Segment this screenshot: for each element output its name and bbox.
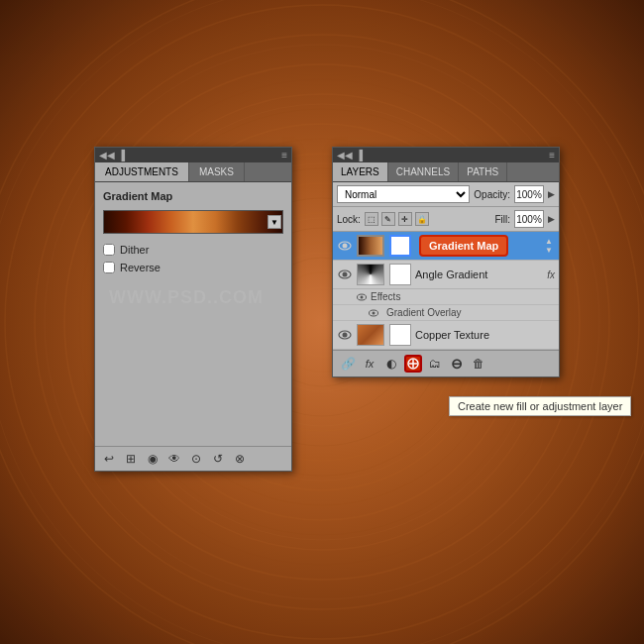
titlebar-left-icons: ◀◀ ▐ xyxy=(99,150,125,161)
footer-icon-delete[interactable]: ⊗ xyxy=(232,451,248,467)
tab-paths[interactable]: PATHS xyxy=(459,162,507,181)
layer-name-copper-texture: Copper Texture xyxy=(415,329,555,341)
gradient-overlay-label: Gradient Overlay xyxy=(382,307,462,318)
footer-link-btn[interactable]: 🔗 xyxy=(339,355,357,373)
tab-channels[interactable]: CHANNELS xyxy=(388,162,459,181)
gradient-overlay-eye-icon xyxy=(369,308,378,318)
tab-layers[interactable]: LAYERS xyxy=(333,162,388,181)
panel-menu-icon[interactable]: ≡ xyxy=(281,150,287,161)
lock-icons: ⬚ ✎ ✛ 🔒 xyxy=(365,212,429,226)
layer-visibility-gradient-map[interactable] xyxy=(337,238,353,254)
create-fill-icon xyxy=(406,357,420,371)
layer-thumb-gradient-map xyxy=(357,235,384,257)
opacity-label: Opacity: xyxy=(474,189,510,200)
effects-eye-icon xyxy=(357,292,367,302)
footer-icon-target[interactable]: ⊙ xyxy=(188,451,204,467)
svg-point-33 xyxy=(361,295,364,298)
gradient-bar-container: ▼ xyxy=(103,210,283,234)
effects-label: Effects xyxy=(371,291,400,302)
create-fill-adjustment-btn[interactable] xyxy=(404,355,422,373)
layers-titlebar-left: ◀◀ ▐ xyxy=(337,150,363,161)
footer-icon-refresh[interactable]: ↺ xyxy=(210,451,226,467)
reverse-label: Reverse xyxy=(120,262,161,273)
adjustments-titlebar: ◀◀ ▐ ≡ xyxy=(95,148,291,162)
lock-position-btn[interactable]: ✛ xyxy=(398,212,412,226)
blend-mode-select[interactable]: Normal xyxy=(337,185,470,203)
layers-titlebar: ◀◀ ▐ ≡ xyxy=(333,148,559,162)
layer-visibility-angle-gradient[interactable] xyxy=(337,267,353,282)
layers-collapse-icon[interactable]: ▐ xyxy=(356,150,363,161)
empty-space xyxy=(103,279,283,438)
effects-header-row[interactable]: Effects xyxy=(333,289,559,305)
collapse-icon[interactable]: ▐ xyxy=(118,150,125,161)
adjustments-panel: ◀◀ ▐ ≡ ADJUSTMENTS MASKS Gradient Map ▼ … xyxy=(94,147,292,472)
gradient-bar[interactable] xyxy=(103,210,283,234)
layer-name-angle-gradient: Angle Gradient xyxy=(415,268,543,280)
opacity-arrow[interactable]: ▶ xyxy=(548,189,555,199)
layers-panel: ◀◀ ▐ ≡ LAYERS CHANNELS PATHS Normal Opac… xyxy=(332,147,560,377)
opacity-input[interactable] xyxy=(514,185,544,203)
lock-all-btn[interactable]: 🔒 xyxy=(415,212,429,226)
layer-mask-copper-texture xyxy=(389,324,411,346)
layer-thumb-copper-texture xyxy=(357,324,384,346)
footer-adjust-btn[interactable]: ◐ xyxy=(382,355,400,373)
layers-collapse-left-icon[interactable]: ◀◀ xyxy=(337,150,353,161)
layers-blend-row: Normal Opacity: ▶ xyxy=(333,182,559,207)
layers-panel-menu-icon[interactable]: ≡ xyxy=(549,150,555,161)
layers-lock-row: Lock: ⬚ ✎ ✛ 🔒 Fill: ▶ xyxy=(333,207,559,232)
lock-pixels-btn[interactable]: ✎ xyxy=(381,212,395,226)
dither-label: Dither xyxy=(120,244,149,256)
dither-row: Dither xyxy=(103,244,283,256)
layer-gradient-map[interactable]: Gradient Map ▲ ▼ xyxy=(333,232,559,261)
layer-thumb-angle-gradient xyxy=(357,264,384,285)
layer-visibility-copper-texture[interactable] xyxy=(337,327,353,343)
tab-masks[interactable]: MASKS xyxy=(189,162,245,181)
layers-footer: 🔗 fx ◐ 🗂 ⊖ 🗑 xyxy=(333,350,559,376)
reverse-checkbox[interactable] xyxy=(103,262,115,273)
fx-icon-angle-gradient: fx xyxy=(547,269,555,280)
footer-fx-btn[interactable]: fx xyxy=(361,355,378,373)
svg-point-37 xyxy=(343,333,348,338)
gradient-dropdown-arrow[interactable]: ▼ xyxy=(268,215,281,229)
gradient-overlay-row[interactable]: Gradient Overlay xyxy=(333,305,559,321)
fill-label: Fill: xyxy=(494,214,510,225)
collapse-left-icon[interactable]: ◀◀ xyxy=(99,150,115,161)
layer-mask-gradient-map xyxy=(389,235,411,257)
lock-transparent-btn[interactable]: ⬚ xyxy=(365,212,378,226)
gradient-map-title: Gradient Map xyxy=(103,190,283,202)
footer-icon-eye[interactable]: 👁 xyxy=(166,451,182,467)
adjustments-tabs: ADJUSTMENTS MASKS xyxy=(95,162,291,182)
footer-group-btn[interactable]: 🗂 xyxy=(426,355,444,373)
lock-label: Lock: xyxy=(337,214,361,225)
footer-minus-btn[interactable]: ⊖ xyxy=(448,355,466,373)
tooltip-create-fill: Create new fill or adjustment layer xyxy=(449,396,631,416)
footer-icon-back[interactable]: ↩ xyxy=(101,451,117,467)
layers-titlebar-right: ≡ xyxy=(549,150,555,161)
dither-checkbox[interactable] xyxy=(103,244,115,256)
reverse-row: Reverse xyxy=(103,262,283,273)
svg-point-35 xyxy=(373,311,376,314)
adjustments-footer: ↩ ⊞ ◉ 👁 ⊙ ↺ ⊗ xyxy=(95,446,291,471)
tab-adjustments[interactable]: ADJUSTMENTS xyxy=(95,162,189,181)
adjustments-content: Gradient Map ▼ Dither Reverse xyxy=(95,182,291,446)
gradient-map-name-btn[interactable]: Gradient Map xyxy=(419,235,508,257)
titlebar-right-icons: ≡ xyxy=(281,150,287,161)
tooltip-text: Create new fill or adjustment layer xyxy=(458,400,622,412)
footer-delete-btn[interactable]: 🗑 xyxy=(470,355,487,373)
svg-point-31 xyxy=(343,272,348,277)
fill-arrow[interactable]: ▶ xyxy=(548,214,555,224)
fill-input[interactable] xyxy=(514,210,544,228)
layers-list: Gradient Map ▲ ▼ Angle Gradient fx xyxy=(333,232,559,350)
layer-angle-gradient[interactable]: Angle Gradient fx xyxy=(333,261,559,289)
footer-icon-grid[interactable]: ⊞ xyxy=(123,451,139,467)
layers-tabs: LAYERS CHANNELS PATHS xyxy=(333,162,559,182)
layer-copper-texture[interactable]: Copper Texture xyxy=(333,321,559,350)
layer-mask-angle-gradient xyxy=(389,264,411,285)
footer-icon-circle[interactable]: ◉ xyxy=(145,451,161,467)
svg-point-29 xyxy=(343,244,348,249)
